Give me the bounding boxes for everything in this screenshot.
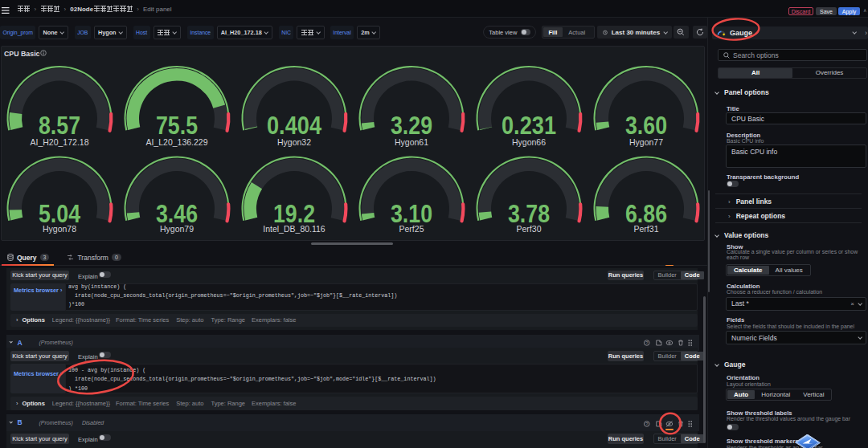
svg-text:?: ?: [645, 340, 648, 344]
svg-text:Hygon77: Hygon77: [629, 137, 663, 147]
svg-text:?: ?: [645, 421, 648, 426]
svg-text:Perf25: Perf25: [399, 224, 424, 234]
svg-text:AI_H20_172.18: AI_H20_172.18: [31, 137, 89, 147]
svg-text:Intel_DB_80.116: Intel_DB_80.116: [263, 224, 326, 234]
svg-text:8.57: 8.57: [39, 111, 80, 140]
svg-text:0.231: 0.231: [502, 111, 556, 140]
svg-text:75.5: 75.5: [156, 111, 198, 140]
svg-text:Hygon66: Hygon66: [512, 137, 546, 147]
svg-text:Hygon79: Hygon79: [160, 224, 194, 234]
svg-text:Perf31: Perf31: [634, 224, 659, 234]
svg-text:0.404: 0.404: [267, 111, 321, 140]
svg-text:Hygon32: Hygon32: [277, 137, 311, 147]
svg-text:3.29: 3.29: [391, 111, 432, 140]
svg-text:Perf30: Perf30: [517, 224, 542, 234]
svg-text:3.60: 3.60: [625, 111, 667, 140]
svg-text:AI_L20_136.229: AI_L20_136.229: [145, 137, 207, 147]
svg-text:Hygon78: Hygon78: [43, 224, 76, 234]
svg-text:Hygon61: Hygon61: [395, 137, 428, 147]
